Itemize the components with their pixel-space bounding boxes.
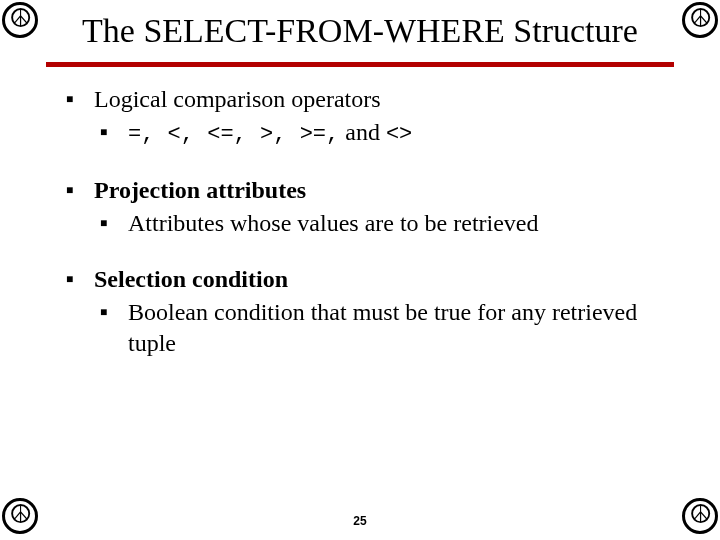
sub-bullet-item: Boolean condition that must be true for … [94, 297, 670, 358]
page-number: 25 [0, 514, 720, 528]
sub-bullet-text: Attributes whose values are to be retrie… [128, 210, 539, 236]
bullet-item: Projection attributes Attributes whose v… [60, 175, 670, 238]
title-underline [46, 62, 674, 67]
bullet-item: Logical comparison operators =, <, <=, >… [60, 84, 670, 149]
bullet-head: Selection condition [94, 266, 288, 292]
operator-text: <> [386, 122, 412, 147]
bullet-head: Projection attributes [94, 177, 306, 203]
operator-text: =, <, <=, >, >=, [128, 122, 339, 147]
bullet-item: Selection condition Boolean condition th… [60, 264, 670, 358]
sub-bullet-tail: and [339, 119, 386, 145]
slide-title: The SELECT-FROM-WHERE Structure [0, 12, 720, 50]
slide-body: Logical comparison operators =, <, <=, >… [60, 84, 670, 384]
bullet-head: Logical comparison operators [94, 86, 381, 112]
sub-bullet-item: Attributes whose values are to be retrie… [94, 208, 670, 239]
sub-bullet-item: =, <, <=, >, >=, and <> [94, 117, 670, 149]
sub-bullet-text: Boolean condition that must be true for … [128, 299, 637, 356]
